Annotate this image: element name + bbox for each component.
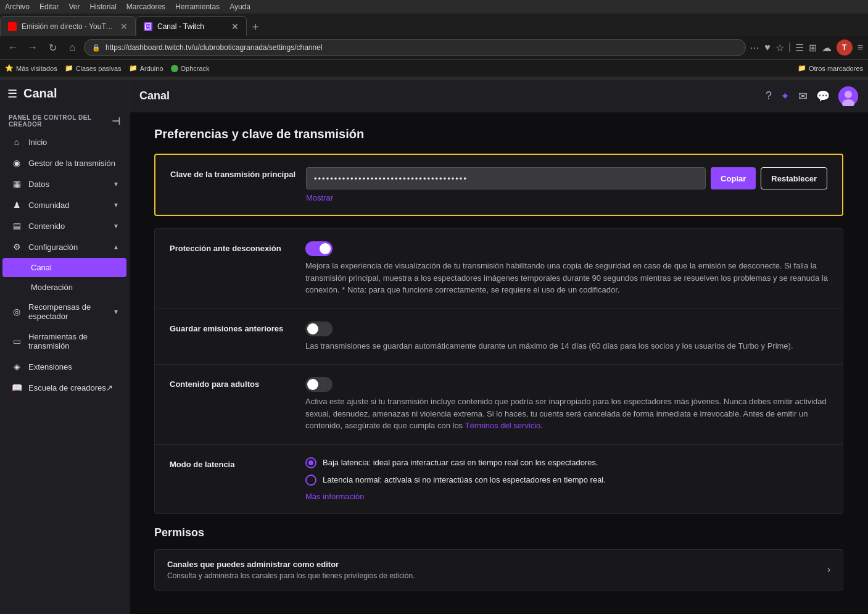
stream-key-content: Copiar Restablecer Mostrar — [306, 167, 827, 202]
menu-icon[interactable]: ≡ — [858, 42, 863, 53]
close-twitch-tab[interactable]: ✕ — [231, 22, 239, 31]
adult-content-row: Contenido para adultos Activa este ajust… — [155, 365, 843, 445]
mail-icon[interactable]: ✉ — [798, 89, 808, 103]
svg-point-3 — [845, 91, 852, 98]
menu-editar[interactable]: Editar — [39, 2, 59, 11]
stream-icon: ◉ — [11, 158, 22, 168]
sidebar-hamburger-icon[interactable]: ☰ — [7, 87, 17, 101]
sidebar-item-moderacion[interactable]: Moderación — [2, 278, 126, 296]
stream-key-row: Clave de la transmisión principal Copiar… — [155, 155, 842, 215]
latency-option-normal[interactable]: Latencia normal: actívala si no interact… — [305, 475, 828, 486]
save-past-description: Las transmisiones se guardan automáticam… — [305, 340, 828, 352]
crown-icon[interactable]: ✦ — [780, 89, 790, 103]
new-tab-button[interactable]: + — [247, 19, 264, 36]
sidebar-item-datos[interactable]: ▦ Datos ▾ — [2, 174, 126, 194]
pocket-icon[interactable]: ♥ — [764, 42, 771, 53]
sidebar-item-canal[interactable]: Canal — [2, 258, 126, 277]
sidebar-item-gestor[interactable]: ◉ Gestor de la transmisión — [2, 153, 126, 173]
disconnection-toggle[interactable] — [305, 241, 333, 256]
bookmark-icon[interactable]: ☆ — [775, 42, 784, 54]
permissions-title: Permisos — [154, 526, 843, 539]
bookmark-label-otros: Otros marcadores — [809, 65, 863, 72]
twitch-favicon — [144, 22, 152, 31]
sidebar-header: ☰ Canal — [0, 80, 129, 107]
sidebar-item-recompensas[interactable]: ◎ Recompensas de espectador ▾ — [2, 297, 126, 326]
menu-historial[interactable]: Historial — [89, 2, 116, 11]
stream-key-input-row: Copiar Restablecer — [306, 167, 827, 189]
library-icon[interactable]: ⊞ — [809, 42, 817, 54]
page-title: Canal — [139, 89, 170, 102]
ophcrack-favicon — [171, 65, 178, 72]
radio-circle-low — [305, 457, 316, 468]
address-input[interactable]: 🔒 https://dashboard.twitch.tv/u/clubrobo… — [84, 39, 746, 56]
collapse-panel-icon[interactable]: ⊣ — [112, 115, 121, 127]
adult-desc-part1: Activa este ajuste si tu transmisión inc… — [305, 397, 827, 430]
bookmark-clases[interactable]: 📁 Clases pasivas — [65, 64, 122, 72]
app-container: ☰ Canal PANEL DE CONTROL DEL CREADOR ⊣ ⌂… — [0, 80, 868, 614]
sidebar-toggle-icon[interactable]: ☰ — [795, 42, 804, 54]
sidebar-item-extensiones[interactable]: ◈ Extensiones — [2, 357, 126, 376]
save-past-toggle[interactable] — [305, 322, 333, 336]
permissions-section: Permisos Canales que puedes administrar … — [154, 526, 843, 591]
chevron-comunidad: ▾ — [114, 201, 118, 209]
adult-content-toggle[interactable] — [305, 377, 333, 392]
show-key-link[interactable]: Mostrar — [306, 193, 333, 202]
adult-desc-part2: . — [540, 421, 543, 430]
nav-label-datos: Datos — [28, 180, 108, 189]
menu-ver[interactable]: Ver — [68, 2, 80, 11]
save-past-toggle-row — [305, 322, 828, 336]
refresh-button[interactable]: ↻ — [44, 39, 60, 56]
sidebar-item-configuracion[interactable]: ⚙ Configuración ▴ — [2, 237, 126, 257]
latency-option-low[interactable]: Baja latencia: ideal para interactuar ca… — [305, 457, 828, 468]
sidebar-item-herramientas[interactable]: ▭ Herramientas de transmisión — [2, 327, 126, 355]
menu-marcadores[interactable]: Marcadores — [126, 2, 165, 11]
menu-archivo[interactable]: Archivo — [5, 2, 30, 11]
save-past-content: Las transmisiones se guardan automáticam… — [305, 322, 828, 352]
disconnection-toggle-row — [305, 241, 828, 256]
creator-panel-header: PANEL DE CONTROL DEL CREADOR ⊣ — [0, 107, 129, 131]
latency-radio-group: Baja latencia: ideal para interactuar ca… — [305, 457, 828, 486]
extensions-icon[interactable]: ⋯ — [750, 42, 759, 54]
close-youtube-tab[interactable]: ✕ — [120, 22, 128, 31]
bookmark-ophcrack[interactable]: Ophcrack — [171, 65, 210, 72]
nav-label-recompensas: Recompensas de espectador — [28, 302, 108, 321]
latency-more-info[interactable]: Más información — [305, 492, 364, 501]
menu-ayuda[interactable]: Ayuda — [229, 2, 250, 11]
user-avatar[interactable] — [838, 86, 858, 106]
bookmark-arduino[interactable]: 📁 Arduino — [129, 64, 163, 72]
bookmark-mas-visitados[interactable]: ⭐ Más visitados — [5, 64, 57, 72]
youtube-favicon — [8, 22, 17, 31]
sync-icon[interactable]: ☁ — [822, 42, 832, 54]
sidebar-item-contenido[interactable]: ▤ Contenido ▾ — [2, 216, 126, 236]
sidebar-item-inicio[interactable]: ⌂ Inicio — [2, 132, 126, 152]
help-icon[interactable]: ? — [766, 89, 772, 102]
back-button[interactable]: ← — [5, 39, 21, 56]
bookmark-otros[interactable]: 📁 Otros marcadores — [798, 64, 863, 72]
tab-twitch[interactable]: Canal - Twitch ✕ — [136, 16, 247, 36]
forward-button[interactable]: → — [25, 39, 41, 56]
sidebar-item-comunidad[interactable]: ♟ Comunidad ▾ — [2, 195, 126, 215]
radio-circle-normal — [305, 475, 316, 486]
sidebar-item-escuela[interactable]: 📖 Escuela de creadores↗ — [2, 378, 126, 397]
chat-icon[interactable]: 💬 — [816, 89, 830, 103]
stream-key-input[interactable] — [306, 167, 706, 189]
adult-content-description: Activa este ajuste si tu transmisión inc… — [305, 396, 828, 432]
reset-button[interactable]: Restablecer — [761, 167, 827, 189]
tab-youtube[interactable]: Emisión en directo - YouTube Stu... ✕ — [0, 16, 136, 36]
tos-link[interactable]: Términos del servicio — [465, 421, 541, 430]
home-button[interactable]: ⌂ — [64, 39, 80, 56]
copy-button[interactable]: Copiar — [711, 167, 756, 189]
sidebar: ☰ Canal PANEL DE CONTROL DEL CREADOR ⊣ ⌂… — [0, 80, 130, 614]
stream-key-card: Clave de la transmisión principal Copiar… — [154, 154, 843, 216]
save-past-row: Guardar emisiones anteriores Las transmi… — [155, 309, 843, 365]
extensiones-icon: ◈ — [11, 362, 22, 371]
bookmark-folder-icon-otros: 📁 — [798, 64, 806, 72]
config-icon: ⚙ — [11, 242, 22, 252]
profile-button[interactable]: T — [837, 39, 853, 56]
nav-label-gestor: Gestor de la transmisión — [28, 159, 118, 168]
menu-herramientas[interactable]: Herramientas — [175, 2, 220, 11]
recompensas-icon: ◎ — [11, 307, 22, 317]
bookmark-label-ophcrack: Ophcrack — [181, 65, 210, 72]
tab-youtube-title: Emisión en directo - YouTube Stu... — [22, 22, 115, 31]
permission-item-editor[interactable]: Canales que puedes administrar como edit… — [154, 549, 843, 591]
